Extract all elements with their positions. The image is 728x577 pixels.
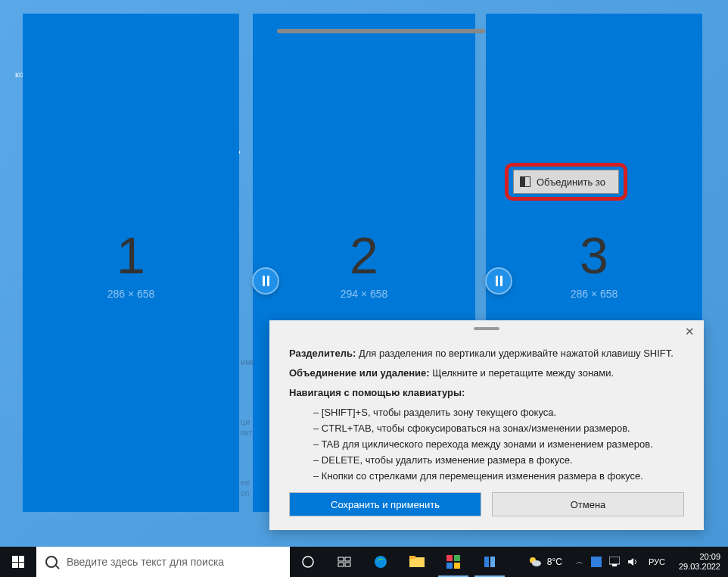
- windows-logo-icon: [12, 556, 24, 568]
- weather-widget[interactable]: 8°C: [527, 554, 562, 569]
- language-indicator[interactable]: РУС: [649, 557, 665, 566]
- drag-handle-top[interactable]: [277, 29, 485, 33]
- edge-button[interactable]: [362, 547, 399, 577]
- tray-app-icon[interactable]: [591, 557, 602, 567]
- search-placeholder: Введите здесь текст для поиска: [67, 556, 224, 568]
- svg-rect-9: [454, 555, 460, 561]
- clock[interactable]: 20:09 29.03.2022: [679, 552, 720, 572]
- zone-dimensions: 294 × 658: [341, 288, 388, 300]
- help-row: Разделитель: Для разделения по вертикали…: [289, 346, 684, 361]
- svg-rect-2: [345, 557, 350, 561]
- divider-handle-2[interactable]: [485, 267, 512, 295]
- system-tray: 8°C ︿ РУС 20:09 29.03.2022: [527, 547, 728, 577]
- svg-rect-3: [338, 563, 344, 566]
- zone-number: 2: [350, 226, 378, 285]
- volume-icon[interactable]: [627, 557, 638, 567]
- help-list: – [SHIFT]+S, чтобы разделить зону текуще…: [289, 405, 684, 484]
- app-button[interactable]: [471, 547, 508, 577]
- merge-icon: [520, 176, 530, 187]
- svg-point-0: [303, 557, 313, 567]
- svg-rect-18: [612, 564, 617, 566]
- save-apply-button[interactable]: Сохранить и применить: [289, 492, 481, 516]
- taskbar: Введите здесь текст для поиска 8°C ︿ РУС…: [0, 547, 728, 577]
- help-body: Разделитель: Для разделения по вертикали…: [269, 342, 704, 492]
- powertoys-editor-button[interactable]: [435, 547, 471, 577]
- search-input[interactable]: Введите здесь текст для поиска: [36, 547, 290, 577]
- svg-rect-10: [446, 563, 453, 569]
- help-panel: ✕ Разделитель: Для разделения по вертика…: [269, 320, 704, 530]
- zone-number: 3: [580, 226, 608, 285]
- svg-rect-16: [591, 557, 602, 567]
- zone-number: 1: [117, 226, 145, 285]
- cortana-button[interactable]: [290, 547, 326, 577]
- search-icon: [45, 556, 58, 568]
- merge-button-label: Объединить зо: [537, 176, 605, 188]
- svg-rect-1: [338, 557, 344, 561]
- weather-icon: [527, 554, 543, 569]
- zone-dimensions: 286 × 658: [571, 288, 618, 300]
- svg-rect-11: [454, 563, 460, 569]
- svg-rect-8: [446, 555, 453, 561]
- help-row: Объединение или удаление: Щелкните и пер…: [289, 366, 684, 381]
- highlight-annotation: Объединить зо: [505, 163, 627, 201]
- tray-chevron-icon[interactable]: ︿: [576, 557, 583, 567]
- merge-zones-button[interactable]: Объединить зо: [513, 170, 619, 194]
- svg-rect-4: [345, 563, 350, 566]
- svg-rect-12: [484, 557, 489, 567]
- svg-point-15: [532, 560, 541, 566]
- svg-point-5: [375, 556, 387, 568]
- zone-1[interactable]: 1 286 × 658: [23, 14, 239, 512]
- file-explorer-button[interactable]: [399, 547, 435, 577]
- task-view-button[interactable]: [326, 547, 362, 577]
- svg-rect-7: [409, 556, 415, 559]
- svg-rect-17: [609, 557, 620, 564]
- zone-dimensions: 286 × 658: [107, 288, 155, 300]
- help-row: Навигация с помощью клавиатуры:: [289, 385, 684, 401]
- divider-handle-1[interactable]: [252, 267, 279, 295]
- cancel-button[interactable]: Отмена: [492, 492, 684, 516]
- svg-rect-13: [490, 557, 495, 567]
- close-button[interactable]: ✕: [683, 325, 696, 338]
- help-header[interactable]: ✕: [269, 320, 704, 342]
- start-button[interactable]: [0, 547, 36, 577]
- network-icon[interactable]: [609, 557, 620, 567]
- grip-icon[interactable]: [474, 327, 499, 330]
